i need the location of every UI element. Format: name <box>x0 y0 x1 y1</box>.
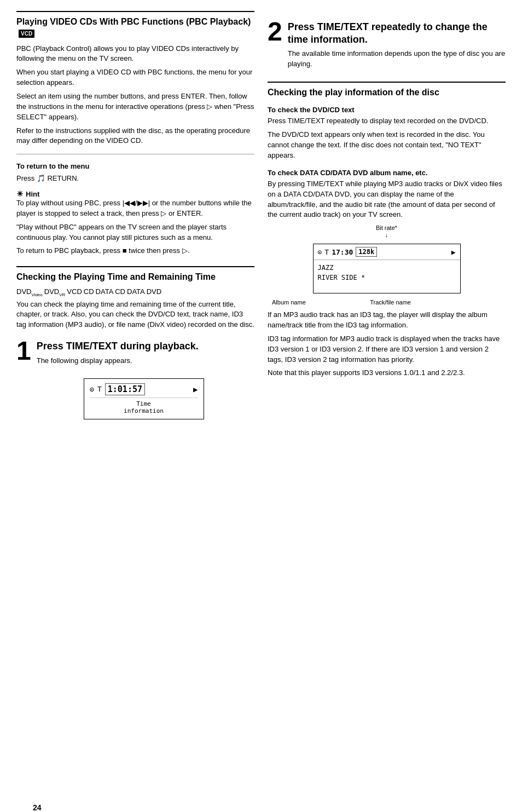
left-column: Playing VIDEO CDs With PBC Functions (PB… <box>16 11 254 425</box>
playing-time-body: You can check the playing time and remai… <box>16 300 254 331</box>
pbc-body1: PBC (Playback Control) allows you to pla… <box>16 44 254 65</box>
id3-body2: ID3 tag information for MP3 audio track … <box>268 334 506 365</box>
display-box-large: ⊙ T 17:30 128k ▶ JAZZ RIVER SIDE * <box>313 244 461 293</box>
hint-icon: ☀ <box>16 189 24 198</box>
step2-block: 2 Press TIME/TEXT repeatedly to change t… <box>268 21 506 73</box>
return-label: To return to the menu <box>16 162 89 170</box>
bit-rate-area: Bit rate* ↓ ⊙ T 17:30 128k ▶ JAZZ RIVER … <box>268 224 506 306</box>
return-label-block: To return to the menu <box>16 162 254 170</box>
page-number: 24 <box>33 803 42 812</box>
section-pbc: Playing VIDEO CDs With PBC Functions (PB… <box>16 11 254 256</box>
step1-sub: The following display appears. <box>37 356 254 366</box>
badge-dvdvr: DVDVR <box>44 287 66 297</box>
hint-body1: To play without using PBC, press |◀◀/▶▶|… <box>16 198 254 219</box>
step2-title: Press TIME/TEXT repeatedly to change the… <box>288 21 506 45</box>
display-lg-track-label: T <box>324 248 329 256</box>
display-top-row: ⊙ T 17:30 128k ▶ <box>314 244 460 260</box>
label-album: Album name <box>272 299 306 306</box>
badge-vcd: VCD <box>67 287 82 297</box>
display-time-label-area: Timeinformation <box>90 398 198 414</box>
divider-pbc <box>16 154 254 154</box>
right-column: 2 Press TIME/TEXT repeatedly to change t… <box>268 11 506 425</box>
step2-sub: The available time information depends u… <box>288 49 506 70</box>
sub-heading-data-cd: To check DATA CD/DATA DVD album name, et… <box>268 169 506 177</box>
display-row-step1: ⊙ T 1:01:57 ▶ <box>90 383 198 395</box>
display-lg-time: 17:30 <box>332 248 353 256</box>
section-play-info-title: Checking the play information of the dis… <box>268 82 506 99</box>
display-labels-row: Album name Track/file name <box>268 299 415 306</box>
display-lg-play-icon: ▶ <box>451 248 456 256</box>
step1-title: Press TIME/TEXT during playback. <box>37 340 254 353</box>
display-time-label: Timeinformation <box>124 400 164 414</box>
display-lg-disc-icon: ⊙ <box>318 248 322 256</box>
hint-block: ☀ Hint To play without using PBC, press … <box>16 189 254 256</box>
step1-num: 1 <box>16 338 31 364</box>
display-jazz: JAZZ <box>318 263 456 273</box>
id3-body3: Note that this player supports ID3 versi… <box>268 368 506 378</box>
badge-row-time: DVDVideo DVDVR VCD CD DATA CD DATA DVD <box>16 287 254 297</box>
step1-block: 1 Press TIME/TEXT during playback. The f… <box>16 340 254 369</box>
display-river: RIVER SIDE * <box>318 273 456 283</box>
display-box-step1-wrapper: ⊙ T 1:01:57 ▶ Timeinformation <box>33 378 254 419</box>
badge-vcd-pbc: VCD <box>19 30 34 38</box>
return-text: Press 🎵 RETURN. <box>16 174 254 184</box>
display-play-icon: ▶ <box>193 385 198 394</box>
badge-data-dvd: DATA DVD <box>127 287 161 297</box>
pbc-body2: When you start playing a VIDEO CD with P… <box>16 67 254 88</box>
hint-label: ☀ Hint <box>16 189 254 198</box>
step2-content: Press TIME/TEXT repeatedly to change the… <box>288 21 506 73</box>
section-pbc-title: Playing VIDEO CDs With PBC Functions (PB… <box>16 11 254 39</box>
display-track-label: T <box>97 385 102 393</box>
bit-rate-arrow: ↓ <box>268 232 506 238</box>
hint-body2: "Play without PBC" appears on the TV scr… <box>16 222 254 243</box>
badge-dvdvideo: DVDVideo <box>16 287 43 297</box>
display-bitrate-value: 128k <box>356 247 377 257</box>
badge-cd: CD <box>84 287 94 297</box>
display-time-value: 1:01:57 <box>105 383 145 395</box>
display-box-step1: ⊙ T 1:01:57 ▶ Timeinformation <box>84 378 204 419</box>
dvd-cd-body2: The DVD/CD text appears only when text i… <box>268 130 506 161</box>
step1-content: Press TIME/TEXT during playback. The fol… <box>37 340 254 369</box>
section-playing-time-title: Checking the Playing Time and Remaining … <box>16 266 254 283</box>
id3-body1: If an MP3 audio track has an ID3 tag, th… <box>268 310 506 331</box>
data-cd-body: By pressing TIME/TEXT while playing MP3 … <box>268 179 506 220</box>
label-track: Track/file name <box>370 299 411 306</box>
badge-data-cd: DATA CD <box>96 287 125 297</box>
section-play-info: Checking the play information of the dis… <box>268 82 506 379</box>
sub-heading-dvd-cd-text: To check the DVD/CD text <box>268 106 506 114</box>
dvd-cd-body1: Press TIME/TEXT repeatedly to display te… <box>268 116 506 126</box>
display-disc-icon: ⊙ <box>90 385 94 394</box>
section-playing-time: Checking the Playing Time and Remaining … <box>16 266 254 419</box>
pbc-body3: Select an item using the number buttons,… <box>16 91 254 123</box>
pbc-body4: Refer to the instructions supplied with … <box>16 126 254 147</box>
display-bottom-rows: JAZZ RIVER SIDE * <box>314 260 460 293</box>
step2-num: 2 <box>268 19 282 45</box>
hint-body3: To return to PBC playback, press ■ twice… <box>16 246 254 256</box>
bit-rate-label: Bit rate* <box>268 224 506 231</box>
